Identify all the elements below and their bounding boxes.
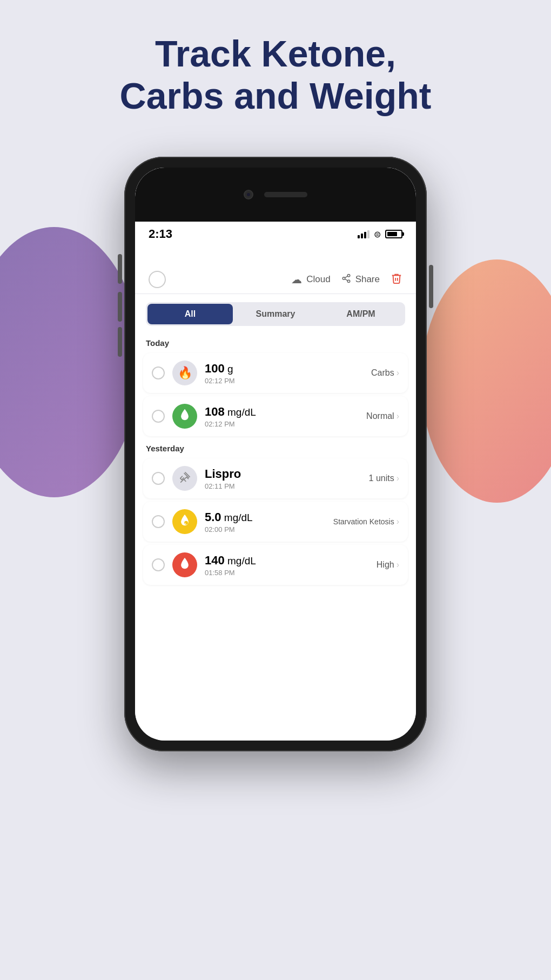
item-value: 140 mg/dL (205, 554, 369, 568)
drop-icon-bg-red (172, 552, 197, 577)
drop-icon (179, 408, 191, 424)
status-label: High (377, 560, 394, 570)
signal-bars-icon (358, 230, 369, 238)
item-info: 5.0 mg/dL 02:00 PM (205, 510, 326, 534)
status-icons: ⊜ (358, 229, 402, 239)
svg-point-2 (347, 280, 350, 283)
syringe-icon-bg (172, 466, 197, 491)
battery-fill (387, 232, 397, 236)
item-info: 108 mg/dL 02:12 PM (205, 405, 359, 428)
phone-top-bar (135, 168, 416, 222)
ketone-icon: + (178, 514, 191, 530)
status-label: Normal (366, 411, 394, 421)
list-item[interactable]: Lispro 02:11 PM 1 units › (143, 458, 408, 498)
svg-point-1 (342, 277, 345, 279)
section-label-today: Today (135, 334, 416, 350)
signal-bar-4 (367, 230, 369, 238)
chevron-icon: › (397, 517, 399, 526)
status-bar: 2:13 ⊜ (135, 222, 416, 244)
chevron-icon: › (397, 368, 399, 378)
section-label-yesterday: Yesterday (135, 439, 416, 455)
item-info: Lispro 02:11 PM (205, 467, 361, 490)
list-item[interactable]: 108 mg/dL 02:12 PM Normal › (143, 396, 408, 436)
svg-point-0 (347, 274, 350, 277)
battery-icon (385, 230, 402, 238)
item-info: 140 mg/dL 01:58 PM (205, 554, 369, 577)
item-radio[interactable] (152, 410, 165, 423)
flame-icon: 🔥 (178, 366, 192, 380)
item-radio[interactable] (152, 472, 165, 485)
item-status: Normal › (366, 411, 399, 421)
list-item[interactable]: 140 mg/dL 01:58 PM High › (143, 545, 408, 585)
share-label: Share (355, 274, 380, 285)
toolbar-select-circle[interactable] (149, 271, 166, 288)
item-time: 01:58 PM (205, 569, 369, 577)
item-value: 108 mg/dL (205, 405, 359, 419)
syringe-icon (179, 471, 191, 486)
item-value: 100 g (205, 362, 364, 376)
signal-bar-2 (361, 234, 363, 238)
signal-bar-3 (364, 232, 366, 238)
wifi-icon: ⊜ (374, 229, 381, 239)
chevron-icon: › (397, 474, 399, 483)
item-status: 1 units › (369, 474, 399, 483)
item-time: 02:12 PM (205, 420, 359, 428)
trash-icon (391, 272, 402, 287)
phone-screen: 2:13 ⊜ (135, 168, 416, 741)
list-item[interactable]: 🔥 100 g 02:12 PM Carbs › (143, 353, 408, 393)
item-radio[interactable] (152, 558, 165, 571)
header-spacer (135, 244, 416, 265)
tab-summary[interactable]: Summary (233, 304, 318, 324)
cloud-label: Cloud (306, 274, 330, 285)
phone-frame: 2:13 ⊜ (124, 157, 427, 751)
chevron-icon: › (397, 411, 399, 421)
item-time: 02:00 PM (205, 525, 326, 534)
svg-line-3 (345, 279, 347, 281)
drop-red-icon (179, 557, 191, 573)
cloud-icon: ☁ (291, 273, 302, 286)
list-item[interactable]: + 5.0 mg/dL 02:00 PM Starvation Ketosis … (143, 502, 408, 542)
item-radio[interactable] (152, 366, 165, 379)
item-time: 02:12 PM (205, 377, 364, 385)
item-value: 5.0 mg/dL (205, 510, 326, 524)
flame-icon-bg: 🔥 (172, 361, 197, 385)
item-time: 02:11 PM (205, 482, 361, 490)
item-status: Carbs › (371, 368, 399, 378)
blob-right (421, 259, 551, 503)
tab-ampm[interactable]: AM/PM (318, 304, 404, 324)
hero-title: Track Ketone, Carbs and Weight (0, 32, 551, 117)
cloud-button[interactable]: ☁ Cloud (291, 273, 330, 286)
svg-line-4 (345, 276, 347, 277)
toolbar: ☁ Cloud Share (135, 265, 416, 294)
status-label: 1 units (369, 474, 394, 483)
drop-icon-bg-green (172, 404, 197, 429)
chevron-icon: › (397, 560, 399, 570)
tab-all[interactable]: All (147, 304, 233, 324)
item-status: High › (377, 560, 399, 570)
status-label: Starvation Ketosis (333, 517, 394, 526)
item-info: 100 g 02:12 PM (205, 362, 364, 385)
ketone-icon-bg: + (172, 509, 197, 534)
trash-button[interactable] (391, 272, 402, 287)
segmented-control: All Summary AM/PM (146, 302, 405, 326)
status-time: 2:13 (149, 227, 172, 241)
status-label: Carbs (371, 368, 394, 378)
speaker (264, 192, 307, 197)
item-radio[interactable] (152, 515, 165, 528)
camera (244, 190, 253, 199)
svg-text:+: + (184, 522, 186, 525)
item-status: Starvation Ketosis › (333, 517, 399, 526)
item-value: Lispro (205, 467, 361, 481)
screen-content: 2:13 ⊜ (135, 222, 416, 741)
share-icon (341, 274, 351, 286)
share-button[interactable]: Share (341, 274, 380, 286)
signal-bar-1 (358, 235, 360, 238)
